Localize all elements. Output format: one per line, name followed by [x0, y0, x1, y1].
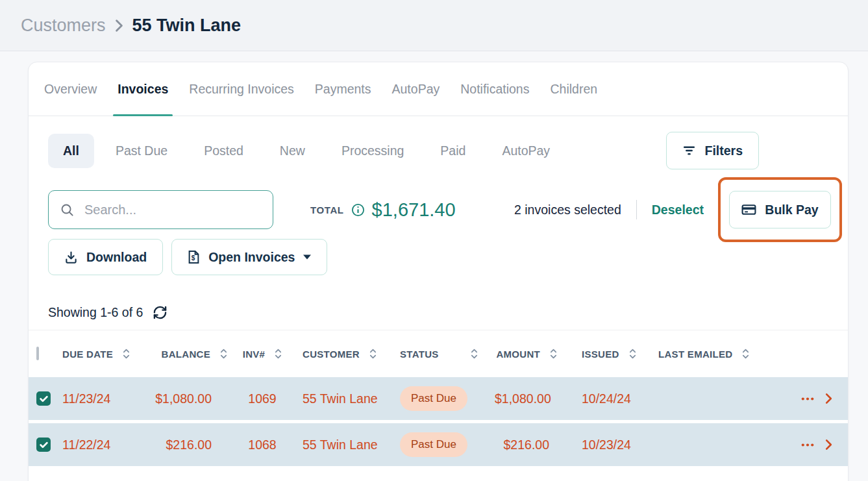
selection-summary: 2 invoices selected Deselect	[514, 200, 704, 219]
results-bar: Showing 1-6 of 6	[48, 305, 848, 320]
info-icon[interactable]	[351, 203, 365, 217]
invoice-table-header: DUE DATE BALANCE INV# CUSTOMER STATUS AM…	[29, 330, 848, 377]
top-header-bar: Customers 55 Twin Lane	[0, 0, 868, 51]
invoice-row-1069[interactable]: 11/23/24 $1,080.00 1069 55 Twin Lane Pas…	[29, 377, 848, 420]
column-label: BALANCE	[162, 349, 210, 360]
total-summary: TOTAL $1,671.40	[310, 199, 456, 221]
tab-children[interactable]: Children	[539, 62, 608, 116]
download-button[interactable]: Download	[48, 239, 163, 275]
tab-bar: Overview Invoices Recurring Invoices Pay…	[29, 62, 848, 116]
row-open-chevron-icon[interactable]	[825, 393, 832, 404]
column-label: AMOUNT	[496, 349, 540, 360]
check-icon	[40, 441, 48, 449]
vertical-divider	[636, 200, 637, 219]
column-header-due-date[interactable]: DUE DATE	[60, 348, 154, 360]
filters-button[interactable]: Filters	[666, 132, 759, 169]
search-box	[48, 190, 273, 229]
download-icon	[64, 251, 78, 264]
column-header-issued[interactable]: ISSUED	[557, 348, 656, 360]
column-header-amount[interactable]: AMOUNT	[495, 348, 557, 360]
sort-icon	[369, 348, 377, 360]
selection-count-text: 2 invoices selected	[514, 203, 621, 217]
invoice-icon: $	[188, 250, 200, 264]
download-label: Download	[86, 250, 147, 265]
column-header-balance[interactable]: BALANCE	[154, 348, 227, 360]
cell-balance: $1,080.00	[154, 391, 227, 406]
deselect-link[interactable]: Deselect	[652, 203, 704, 217]
open-invoices-button[interactable]: $ Open Invoices	[171, 239, 327, 275]
page-title: 55 Twin Lane	[132, 16, 242, 36]
sort-icon	[275, 348, 282, 360]
status-badge: Past Due	[400, 386, 467, 411]
filter-pill-paid[interactable]: Paid	[425, 134, 480, 168]
tab-payments[interactable]: Payments	[304, 62, 382, 116]
sort-icon	[629, 348, 636, 360]
column-label: DUE DATE	[62, 349, 113, 360]
column-label: LAST EMAILED	[658, 349, 732, 360]
bulk-pay-highlight-box: Bulk Pay	[718, 177, 842, 242]
svg-text:$: $	[192, 254, 195, 262]
status-badge: Past Due	[400, 432, 467, 457]
cell-due-date: 11/23/24	[60, 391, 154, 406]
total-label: TOTAL	[310, 204, 344, 216]
sort-icon	[471, 348, 478, 360]
filter-icon	[682, 145, 696, 156]
credit-card-icon	[741, 204, 756, 216]
search-input[interactable]	[83, 202, 262, 218]
tab-invoices[interactable]: Invoices	[107, 62, 179, 116]
sort-icon	[550, 348, 557, 360]
invoice-row-1068[interactable]: 11/22/24 $216.00 1068 55 Twin Lane Past …	[29, 423, 848, 466]
breadcrumb: Customers 55 Twin Lane	[21, 16, 241, 36]
cell-customer: 55 Twin Lane	[297, 391, 397, 406]
column-header-last-emailed[interactable]: LAST EMAILED	[656, 348, 760, 360]
cell-amount: $216.00	[495, 438, 557, 452]
column-header-customer[interactable]: CUSTOMER	[297, 348, 397, 360]
check-icon	[40, 395, 48, 402]
column-header-inv-number[interactable]: INV#	[227, 348, 297, 360]
breadcrumb-customers-link[interactable]: Customers	[21, 16, 106, 36]
filter-pill-autopay[interactable]: AutoPay	[487, 134, 565, 168]
bulk-pay-label: Bulk Pay	[765, 203, 818, 217]
cell-amount: $1,080.00	[495, 391, 557, 406]
tab-notifications[interactable]: Notifications	[450, 62, 539, 116]
row-checkbox[interactable]	[36, 391, 51, 406]
tab-recurring-invoices[interactable]: Recurring Invoices	[179, 62, 304, 116]
refresh-icon[interactable]	[153, 305, 167, 320]
invoice-toolbar: TOTAL $1,671.40 2 invoices selected Dese…	[48, 177, 842, 242]
row-open-chevron-icon[interactable]	[825, 439, 832, 450]
search-icon	[60, 203, 75, 217]
row-more-actions-icon[interactable]	[801, 397, 814, 401]
cell-customer: 55 Twin Lane	[297, 438, 397, 452]
caret-down-icon	[303, 254, 311, 260]
cell-balance: $216.00	[154, 438, 227, 452]
filter-pill-posted[interactable]: Posted	[189, 134, 258, 168]
column-header-status[interactable]: STATUS	[397, 348, 495, 360]
sort-icon	[220, 348, 227, 360]
open-invoices-label: Open Invoices	[208, 250, 295, 265]
cell-due-date: 11/22/24	[60, 438, 154, 452]
row-more-actions-icon[interactable]	[801, 443, 814, 447]
export-toolbar: Download $ Open Invoices	[48, 239, 848, 275]
bulk-pay-button[interactable]: Bulk Pay	[729, 191, 831, 228]
cell-issued: 10/24/24	[557, 391, 656, 406]
column-label: STATUS	[400, 349, 439, 360]
status-filter-row: All Past Due Posted New Processing Paid …	[48, 132, 848, 169]
row-checkbox[interactable]	[36, 438, 51, 452]
select-all-checkbox[interactable]	[36, 347, 39, 360]
tab-overview[interactable]: Overview	[34, 62, 107, 116]
filter-pill-all[interactable]: All	[48, 134, 94, 168]
showing-count-text: Showing 1-6 of 6	[48, 305, 143, 320]
column-label: ISSUED	[582, 349, 619, 360]
total-amount: $1,671.40	[372, 199, 456, 221]
column-label: CUSTOMER	[303, 349, 360, 360]
filter-pill-new[interactable]: New	[265, 134, 320, 168]
cell-issued: 10/23/24	[557, 438, 656, 452]
cell-inv-number: 1068	[227, 438, 297, 452]
tab-autopay[interactable]: AutoPay	[382, 62, 451, 116]
breadcrumb-chevron-icon	[115, 19, 123, 32]
cell-inv-number: 1069	[227, 391, 297, 406]
filters-button-label: Filters	[704, 143, 743, 158]
sort-icon	[742, 348, 749, 360]
filter-pill-past-due[interactable]: Past Due	[101, 134, 182, 168]
filter-pill-processing[interactable]: Processing	[327, 134, 419, 168]
